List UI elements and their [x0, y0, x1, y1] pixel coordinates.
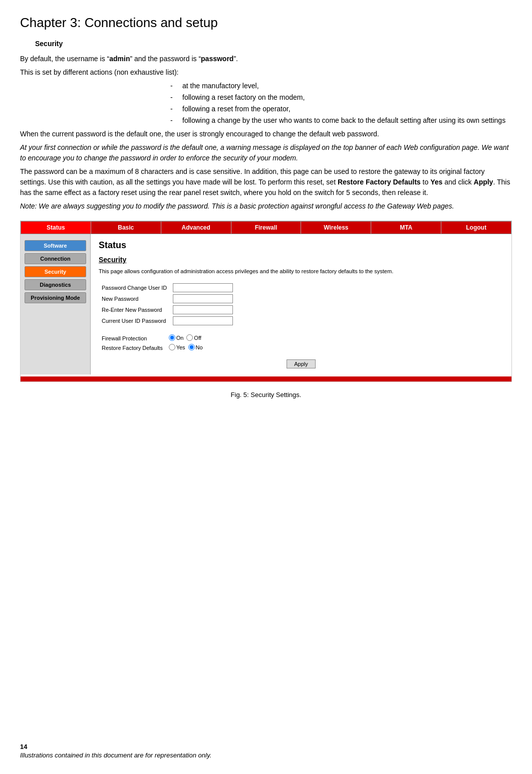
re-enter-password-input[interactable]: [173, 305, 233, 314]
list-dash: -: [170, 92, 176, 103]
nav-item-logout[interactable]: Logout: [441, 222, 511, 234]
nav-item-wireless[interactable]: Wireless: [301, 222, 371, 234]
sidebar-item-security[interactable]: Security: [25, 266, 86, 277]
nav-bar: Status Basic Advanced Firewall Wireless …: [21, 221, 511, 234]
current-password-input[interactable]: [173, 316, 233, 325]
form-table: Password Change User ID New Password Re-…: [99, 282, 236, 326]
field-label: Current User ID Password: [99, 315, 170, 326]
nav-item-basic[interactable]: Basic: [91, 222, 161, 234]
list-dash: -: [170, 115, 176, 126]
sidebar-item-provisioning[interactable]: Provisioning Mode: [25, 292, 86, 303]
firewall-radio-group: On Off: [169, 334, 201, 341]
factory-yes-radio[interactable]: [169, 344, 175, 350]
options-table: Firewall Protection On Off Res: [99, 333, 206, 352]
list-item-text: following a reset from the operator,: [182, 104, 291, 114]
content-area: Software Connection Security Diagnostics…: [21, 234, 511, 374]
nav-item-status[interactable]: Status: [21, 222, 91, 234]
screenshot-container: Status Basic Advanced Firewall Wireless …: [20, 221, 512, 382]
factory-no-radio[interactable]: [188, 344, 195, 350]
panel-description: This page allows configuration of admini…: [99, 268, 503, 275]
firewall-off-label[interactable]: Off: [186, 334, 201, 341]
list-dash: -: [170, 81, 176, 91]
apply-button[interactable]: Apply: [287, 359, 316, 368]
list-item: - at the manufactory level,: [170, 81, 512, 91]
paragraph-2: This is set by different actions (non ex…: [20, 67, 512, 78]
list-item-text: following a change by the user who wants…: [182, 115, 505, 126]
sidebar: Software Connection Security Diagnostics…: [21, 234, 91, 374]
panel-title: Status: [99, 240, 503, 251]
list-dash: -: [170, 104, 176, 114]
password-change-userid-input[interactable]: [173, 283, 233, 292]
table-row: New Password: [99, 293, 236, 304]
list-item-text: following a reset factory on the modem,: [182, 92, 305, 103]
section-heading: Security: [35, 40, 512, 48]
firewall-on-radio[interactable]: [169, 334, 175, 341]
fig-caption: Fig. 5: Security Settings.: [20, 391, 512, 399]
list-item: - following a change by the user who wan…: [170, 115, 512, 126]
list-item-text: at the manufactory level,: [182, 81, 259, 91]
note-paragraph: Note: We are always suggesting you to mo…: [20, 201, 512, 212]
factory-row: Restore Factory Defaults Yes No: [99, 343, 206, 352]
nav-item-mta[interactable]: MTA: [371, 222, 441, 234]
field-label: Password Change User ID: [99, 282, 170, 293]
list-item: - following a reset factory on the modem…: [170, 92, 512, 103]
sidebar-item-diagnostics[interactable]: Diagnostics: [25, 279, 86, 290]
table-row: Current User ID Password: [99, 315, 236, 326]
firewall-label: Firewall Protection: [99, 333, 166, 343]
sidebar-item-connection[interactable]: Connection: [25, 253, 86, 264]
firewall-off-radio[interactable]: [186, 334, 193, 341]
italic-paragraph-1: At your first connection or while the pa…: [20, 142, 512, 163]
nav-item-advanced[interactable]: Advanced: [161, 222, 231, 234]
firewall-row: Firewall Protection On Off: [99, 333, 206, 343]
field-label: Re-Enter New Password: [99, 304, 170, 315]
field-label: New Password: [99, 293, 170, 304]
firewall-on-label[interactable]: On: [169, 334, 184, 341]
factory-label: Restore Factory Defaults: [99, 343, 166, 352]
new-password-input[interactable]: [173, 294, 233, 303]
nav-item-firewall[interactable]: Firewall: [231, 222, 302, 234]
footer-page-number: 14: [20, 743, 211, 750]
table-row: Re-Enter New Password: [99, 304, 236, 315]
main-panel: Status Security This page allows configu…: [91, 234, 511, 374]
list-container: - at the manufactory level, - following …: [170, 81, 512, 126]
paragraph-4: The password can be a maximum of 8 chara…: [20, 166, 512, 198]
list-item: - following a reset from the operator,: [170, 104, 512, 114]
panel-subtitle: Security: [99, 256, 503, 264]
paragraph-1: By default, the username is “admin” and …: [20, 54, 512, 64]
factory-radio-group: Yes No: [169, 344, 203, 350]
chapter-title: Chapter 3: Connections and setup: [20, 15, 512, 31]
factory-yes-label[interactable]: Yes: [169, 344, 185, 350]
red-bar: [21, 376, 511, 381]
table-row: Password Change User ID: [99, 282, 236, 293]
when-paragraph: When the current password is the default…: [20, 129, 512, 139]
footer-note: Illustrations contained in this document…: [20, 751, 211, 759]
factory-no-label[interactable]: No: [188, 344, 203, 350]
footer: 14 Illustrations contained in this docum…: [20, 743, 211, 759]
sidebar-item-software[interactable]: Software: [25, 240, 86, 251]
